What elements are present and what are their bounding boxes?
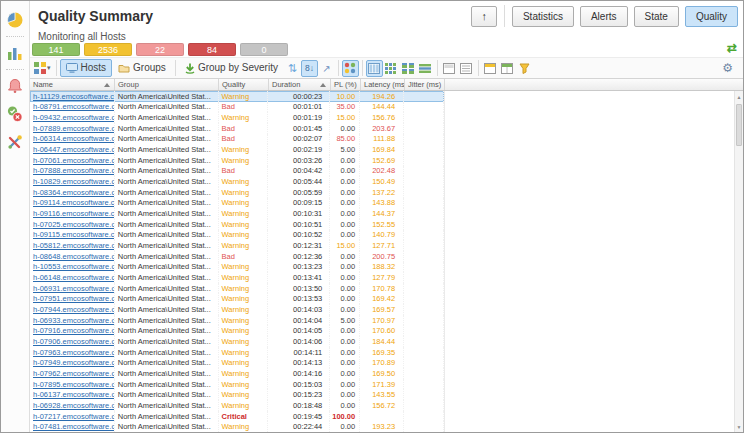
host-link[interactable]: h-10829.emcosoftware.com	[33, 177, 115, 186]
table-row[interactable]: h-11129.emcosoftware.comNorth America\Un…	[30, 91, 444, 102]
host-link[interactable]: h-07025.emcosoftware.com	[33, 220, 115, 229]
table-row[interactable]: h-06314.emcosoftware.comNorth America\Un…	[30, 134, 444, 145]
host-link[interactable]: h-07889.emcosoftware.com	[33, 124, 115, 133]
table-row[interactable]: h-09115.emcosoftware.comNorth America\Un…	[30, 230, 444, 241]
host-link[interactable]: h-06148.emcosoftware.com	[33, 273, 115, 282]
settings-gear-icon[interactable]: ⚙	[722, 61, 733, 75]
table-row[interactable]: h-09432.emcosoftware.comNorth America\Un…	[30, 112, 444, 123]
table-row[interactable]: h-06447.emcosoftware.comNorth America\Un…	[30, 144, 444, 155]
column-header-latency[interactable]: Latency (ms)	[361, 79, 405, 90]
table-row[interactable]: h-07944.emcosoftware.comNorth America\Un…	[30, 304, 444, 315]
table-row[interactable]: h-07481.emcosoftware.comNorth America\Un…	[30, 421, 444, 432]
view-medium-tiles-button[interactable]	[400, 60, 417, 77]
column-header-name[interactable]: Name	[30, 79, 115, 90]
host-link[interactable]: h-09432.emcosoftware.com	[33, 113, 115, 122]
table-row[interactable]: h-06148.emcosoftware.comNorth America\Un…	[30, 272, 444, 283]
table-row[interactable]: h-07963.emcosoftware.comNorth America\Un…	[30, 347, 444, 358]
layout-split-button[interactable]	[441, 60, 458, 77]
host-link[interactable]: h-08648.emcosoftware.com	[33, 252, 115, 261]
host-link[interactable]: h-09116.emcosoftware.com	[33, 209, 115, 218]
host-link[interactable]: h-09115.emcosoftware.com	[33, 230, 115, 239]
table-row[interactable]: h-08648.emcosoftware.comNorth America\Un…	[30, 251, 444, 262]
host-link[interactable]: h-07061.emcosoftware.com	[33, 156, 115, 165]
tab-alerts[interactable]: Alerts	[580, 6, 628, 27]
table-row[interactable]: h-06931.emcosoftware.comNorth America\Un…	[30, 283, 444, 294]
scrollbar-up-icon[interactable]: ▲	[735, 91, 743, 102]
hosts-toggle-button[interactable]: Hosts	[60, 59, 113, 77]
table-row[interactable]: h-07906.emcosoftware.comNorth America\Un…	[30, 336, 444, 347]
table-row[interactable]: h-09114.emcosoftware.comNorth America\Un…	[30, 198, 444, 209]
host-link[interactable]: h-07962.emcosoftware.com	[33, 369, 115, 378]
sort-by-state-button[interactable]: 8↓	[301, 60, 318, 77]
host-link[interactable]: h-07888.emcosoftware.com	[33, 166, 115, 175]
vertical-scrollbar[interactable]: ▲ ▼	[734, 91, 743, 432]
severity-colors-toggle[interactable]	[342, 60, 359, 77]
host-link[interactable]: h-08791.emcosoftware.com	[33, 102, 115, 111]
table-row[interactable]: h-07916.emcosoftware.comNorth America\Un…	[30, 325, 444, 336]
table-row[interactable]: h-08364.emcosoftware.comNorth America\Un…	[30, 187, 444, 198]
column-header-jitter[interactable]: Jitter (ms)	[405, 79, 445, 90]
table-row[interactable]: h-05812.emcosoftware.comNorth America\Un…	[30, 240, 444, 251]
show-details-panel-button[interactable]	[482, 60, 499, 77]
host-link[interactable]: h-07949.emcosoftware.com	[33, 358, 115, 367]
groups-toggle-button[interactable]: Groups	[112, 59, 172, 77]
layout-list-button[interactable]	[458, 60, 475, 77]
host-link[interactable]: h-06137.emcosoftware.com	[33, 390, 115, 399]
tab-quality[interactable]: Quality	[685, 6, 738, 27]
host-link[interactable]: h-06447.emcosoftware.com	[33, 145, 115, 154]
host-link[interactable]: h-06933.emcosoftware.com	[33, 316, 115, 325]
host-link[interactable]: h-07963.emcosoftware.com	[33, 348, 115, 357]
host-link[interactable]: h-06314.emcosoftware.com	[33, 134, 115, 143]
table-row[interactable]: h-09116.emcosoftware.comNorth America\Un…	[30, 208, 444, 219]
column-header-quality[interactable]: Quality	[219, 79, 269, 90]
show-grid-panel-button[interactable]	[499, 60, 516, 77]
open-external-button[interactable]: ↗	[318, 60, 335, 77]
table-row[interactable]: h-06933.emcosoftware.comNorth America\Un…	[30, 315, 444, 326]
tab-state[interactable]: State	[634, 6, 679, 27]
column-header-group[interactable]: Group	[115, 79, 219, 90]
host-link[interactable]: h-07895.emcosoftware.com	[33, 380, 115, 389]
host-link[interactable]: h-07916.emcosoftware.com	[33, 326, 115, 335]
table-row[interactable]: h-07895.emcosoftware.comNorth America\Un…	[30, 379, 444, 390]
filter-button[interactable]	[516, 60, 533, 77]
sidebar-item-quality-summary[interactable]	[4, 9, 26, 31]
table-row[interactable]: h-07951.emcosoftware.comNorth America\Un…	[30, 293, 444, 304]
column-header-pl[interactable]: PL (%)	[331, 79, 361, 90]
table-row[interactable]: h-07889.emcosoftware.comNorth America\Un…	[30, 123, 444, 134]
host-link[interactable]: h-07951.emcosoftware.com	[33, 294, 115, 303]
sidebar-item-statistics[interactable]	[4, 42, 26, 64]
sidebar-item-alerts[interactable]	[4, 75, 26, 97]
view-small-tiles-button[interactable]	[383, 60, 400, 77]
host-link[interactable]: h-08364.emcosoftware.com	[33, 188, 115, 197]
host-link[interactable]: h-07481.emcosoftware.com	[33, 422, 115, 431]
table-row[interactable]: h-07962.emcosoftware.comNorth America\Un…	[30, 368, 444, 379]
host-link[interactable]: h-07944.emcosoftware.com	[33, 305, 115, 314]
table-row[interactable]: h-07061.emcosoftware.comNorth America\Un…	[30, 155, 444, 166]
table-row[interactable]: h-07217.emcosoftware.comNorth America\Un…	[30, 411, 444, 422]
view-options-dropdown[interactable]: ▾	[32, 60, 53, 77]
scrollbar-down-icon[interactable]: ▼	[735, 421, 743, 432]
table-row[interactable]: h-10829.emcosoftware.comNorth America\Un…	[30, 176, 444, 187]
host-link[interactable]: h-10553.emcosoftware.com	[33, 262, 115, 271]
host-link[interactable]: h-06931.emcosoftware.com	[33, 284, 115, 293]
collapse-up-button[interactable]: ↑	[471, 6, 497, 27]
table-row[interactable]: h-10553.emcosoftware.comNorth America\Un…	[30, 262, 444, 273]
table-row[interactable]: h-07888.emcosoftware.comNorth America\Un…	[30, 166, 444, 177]
table-row[interactable]: h-06137.emcosoftware.comNorth America\Un…	[30, 389, 444, 400]
host-link[interactable]: h-06928.emcosoftware.com	[33, 401, 115, 410]
host-link[interactable]: h-07906.emcosoftware.com	[33, 337, 115, 346]
table-row[interactable]: h-07025.emcosoftware.comNorth America\Un…	[30, 219, 444, 230]
view-table-button[interactable]	[366, 60, 383, 77]
tab-statistics[interactable]: Statistics	[512, 6, 574, 27]
group-by-severity-button[interactable]: Group by Severity	[179, 59, 284, 77]
host-link[interactable]: h-09114.emcosoftware.com	[33, 198, 115, 207]
scrollbar-thumb[interactable]	[736, 104, 742, 146]
sort-alphabetical-button[interactable]: ⇅	[284, 60, 301, 77]
table-row[interactable]: h-06928.emcosoftware.comNorth America\Un…	[30, 400, 444, 411]
column-header-duration[interactable]: Duration	[269, 79, 331, 90]
table-row[interactable]: h-07949.emcosoftware.comNorth America\Un…	[30, 357, 444, 368]
sync-arrows-icon[interactable]: ⇄	[727, 42, 737, 55]
sidebar-item-tools[interactable]	[4, 131, 26, 153]
host-link[interactable]: h-07217.emcosoftware.com	[33, 412, 115, 421]
view-rows-button[interactable]	[417, 60, 434, 77]
